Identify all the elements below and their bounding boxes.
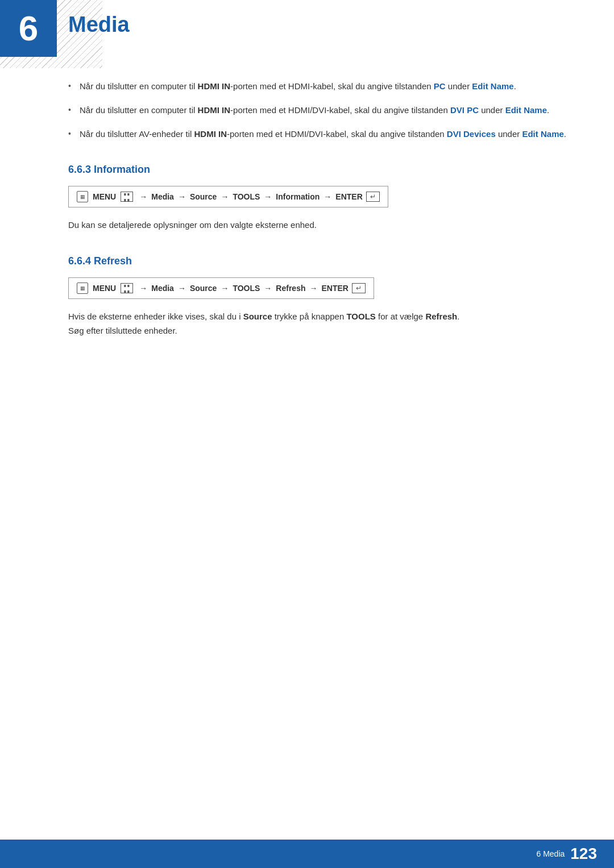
- arrow-2-663: →: [178, 192, 186, 201]
- section-663-description: Du kan se detaljerede oplysninger om den…: [68, 218, 569, 232]
- arrow-3-663: →: [221, 192, 229, 201]
- arrow-1-663: →: [139, 192, 147, 201]
- tools-664: TOOLS: [233, 284, 260, 293]
- enter-label-664: ENTER: [322, 284, 349, 293]
- arrow-5-664: →: [310, 284, 318, 293]
- chapter-block: 6: [0, 0, 57, 57]
- tools-bold: TOOLS: [346, 312, 375, 321]
- footer-text: 6 Media: [536, 849, 565, 858]
- media-663: Media: [151, 192, 174, 201]
- edit-name-2: Edit Name: [505, 105, 547, 115]
- arrow-2-664: →: [178, 284, 186, 293]
- chapter-number: 6: [19, 11, 38, 46]
- edit-name-3: Edit Name: [522, 129, 563, 139]
- media-664: Media: [151, 284, 174, 293]
- tools-663: TOOLS: [233, 192, 260, 201]
- main-content: Når du tilslutter en computer til HDMI I…: [0, 80, 614, 338]
- enter-icon-664: ↵: [352, 283, 366, 293]
- menu-path-663: ▦ MENU ∎∎∎∎ → Media → Source → TOOLS → I…: [68, 186, 388, 207]
- arrow-4-664: →: [264, 284, 272, 293]
- hdmi-in-2: HDMI IN: [198, 105, 231, 115]
- information-663: Information: [276, 192, 320, 201]
- refresh-664: Refresh: [276, 284, 305, 293]
- arrow-3-664: →: [221, 284, 229, 293]
- chapter-title: Media: [68, 13, 130, 37]
- hdmi-in-3: HDMI IN: [194, 129, 227, 139]
- dvi-pc-label: DVI PC: [450, 105, 479, 115]
- edit-name-1: Edit Name: [472, 81, 513, 91]
- menu-label-663: MENU: [93, 192, 116, 201]
- menu-grid-icon-663: ∎∎∎∎: [121, 192, 133, 202]
- remote-icon-664: ▦: [77, 283, 88, 294]
- list-item: Når du tilslutter en computer til HDMI I…: [68, 80, 569, 93]
- arrow-5-663: →: [323, 192, 331, 201]
- menu-grid-icon-664: ∎∎∎∎: [121, 283, 133, 293]
- refresh-bold: Refresh: [425, 312, 457, 321]
- dvi-devices-label: DVI Devices: [447, 129, 496, 139]
- source-664: Source: [190, 284, 217, 293]
- hdmi-in-1: HDMI IN: [198, 81, 231, 91]
- section-664-description: Hvis de eksterne enheder ikke vises, ska…: [68, 309, 569, 338]
- source-bold: Source: [243, 312, 272, 321]
- enter-label-663: ENTER: [335, 192, 362, 201]
- enter-icon-663: ↵: [366, 192, 380, 202]
- section-664-description2: Søg efter tilsluttede enheder.: [68, 326, 177, 335]
- remote-icon-663: ▦: [77, 191, 88, 202]
- footer-page-number: 123: [570, 845, 597, 863]
- list-item: Når du tilslutter AV-enheder til HDMI IN…: [68, 127, 569, 141]
- pc-label: PC: [434, 81, 446, 91]
- bullet-list: Når du tilslutter en computer til HDMI I…: [68, 80, 569, 141]
- section-664-heading: 6.6.4 Refresh: [68, 255, 569, 267]
- section-663-heading: 6.6.3 Information: [68, 164, 569, 176]
- source-663: Source: [190, 192, 217, 201]
- arrow-4-663: →: [264, 192, 272, 201]
- footer: 6 Media 123: [0, 840, 614, 868]
- arrow-1-664: →: [139, 284, 147, 293]
- list-item: Når du tilslutter en computer til HDMI I…: [68, 103, 569, 117]
- menu-path-664: ▦ MENU ∎∎∎∎ → Media → Source → TOOLS → R…: [68, 277, 374, 299]
- menu-label-664: MENU: [93, 284, 116, 293]
